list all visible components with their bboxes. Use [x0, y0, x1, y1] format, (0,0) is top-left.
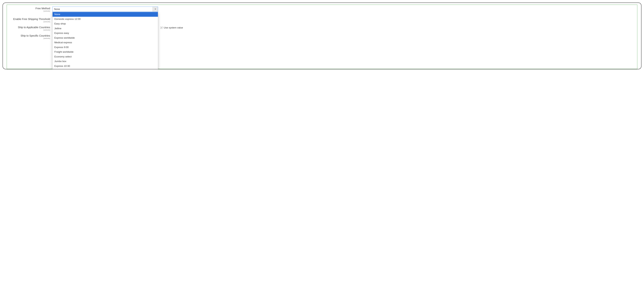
- caret-down-icon: [155, 9, 156, 10]
- free-method-option[interactable]: Europack: [52, 68, 158, 69]
- row-free-method: Free Method [website] None NoneDomestic …: [10, 6, 634, 12]
- free-method-option[interactable]: Medical express: [52, 40, 158, 45]
- scope-label: [website]: [10, 21, 50, 23]
- free-method-option[interactable]: Freight worldwide: [52, 50, 158, 54]
- ship-to-applicable-countries-label: Ship to Applicable Countries: [10, 26, 50, 29]
- ship-to-specific-countries-label: Ship to Specific Countries: [10, 34, 50, 37]
- label-col: Enable Free Shipping Threshold [website]: [10, 17, 52, 23]
- free-method-option[interactable]: Domestic express 12:00: [52, 17, 158, 22]
- label-col: Ship to Applicable Countries [website]: [10, 26, 52, 31]
- config-panel: Free Method [website] None NoneDomestic …: [7, 5, 637, 69]
- free-method-option[interactable]: Express easy: [52, 31, 158, 36]
- use-system-value-checkbox[interactable]: [160, 26, 163, 29]
- scope-label: [website]: [10, 10, 50, 12]
- label-col: Free Method [website]: [10, 6, 52, 12]
- free-method-option[interactable]: None: [52, 12, 158, 17]
- free-method-option[interactable]: Express 10:30: [52, 64, 158, 68]
- scope-label: [website]: [10, 29, 50, 31]
- free-method-option[interactable]: Easy shop: [52, 22, 158, 26]
- free-method-select[interactable]: None: [52, 6, 158, 12]
- free-method-select-toggle[interactable]: [152, 7, 158, 12]
- free-method-option[interactable]: Express 9:00: [52, 45, 158, 50]
- enable-free-shipping-threshold-label: Enable Free Shipping Threshold: [10, 18, 50, 21]
- scope-label: [website]: [10, 37, 50, 40]
- free-method-option[interactable]: Jetline: [52, 26, 158, 31]
- extra-col: Use system value: [158, 26, 183, 29]
- free-method-dropdown[interactable]: NoneDomestic express 12:00Easy shopJetli…: [52, 12, 158, 69]
- screenshot-frame: Free Method [website] None NoneDomestic …: [2, 2, 642, 69]
- free-method-option[interactable]: Economy select: [52, 54, 158, 59]
- label-col: Ship to Specific Countries [website]: [10, 34, 52, 40]
- free-method-option[interactable]: Express worldwide: [52, 36, 158, 40]
- checkmark-icon: [161, 27, 162, 29]
- free-method-select-value: None: [52, 7, 152, 12]
- free-method-label: Free Method: [10, 7, 50, 10]
- field-col: None NoneDomestic express 12:00Easy shop…: [52, 6, 158, 12]
- use-system-value-label: Use system value: [164, 26, 183, 29]
- free-method-option[interactable]: Jumbo box: [52, 59, 158, 64]
